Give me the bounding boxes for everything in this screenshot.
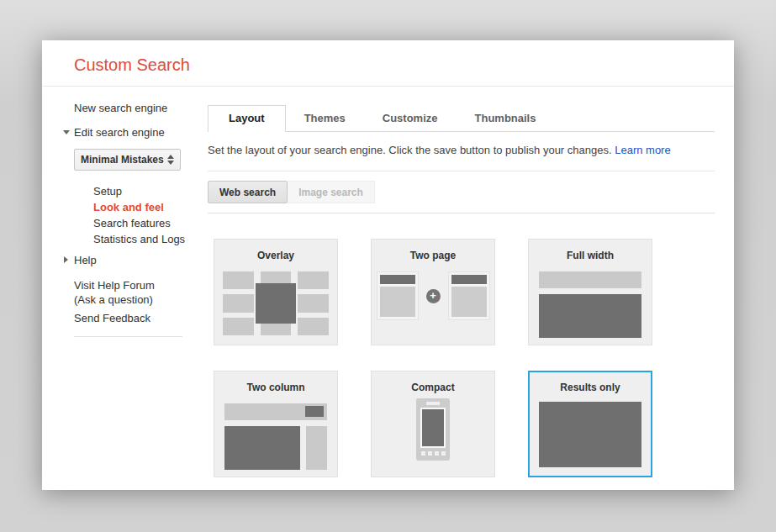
phone-buttons [416,451,450,456]
diagram-block [451,275,487,284]
layout-option-title: Results only [530,382,651,393]
diagram-block [298,318,329,335]
triangle-up-icon [167,155,174,159]
diagram-block [539,294,641,338]
diagram-block [380,287,415,317]
phone-screen [420,408,446,448]
tab-bar: Layout Themes Customize Thumbnails [208,105,715,132]
layout-option-title: Overlay [214,250,337,261]
sidebar-item-edit-search-engine[interactable]: Edit search engine [74,126,208,139]
chevron-right-icon [64,256,68,263]
layout-option-two-page[interactable]: Two page + [371,239,495,345]
custom-search-window: Custom Search New search engine Edit sea… [42,40,734,490]
full-width-layout-diagram [539,271,641,338]
diagram-block [223,318,254,335]
layout-option-full-width[interactable]: Full width [528,239,652,345]
overlay-layout-diagram [223,271,329,335]
sidebar-item-search-features[interactable]: Search features [93,215,208,231]
sidebar-item-label: Help [74,254,97,266]
diagram-overlay-box [256,283,296,324]
plus-icon: + [426,289,441,303]
sidebar-item-look-and-feel[interactable]: Look and feel [93,199,208,215]
sidebar-item-label: Send Feedback [74,312,150,324]
tab-layout[interactable]: Layout [208,105,286,132]
diagram-block [224,403,327,420]
desktop-background: Custom Search New search engine Edit sea… [0,0,776,532]
description-text: Set the layout of your search engine. Cl… [208,144,612,156]
phone-speaker [426,402,440,405]
select-spinner-icon [167,155,174,165]
engine-select-value: Minimal Mistakes [81,154,164,166]
diagram-row [224,426,327,470]
tab-customize[interactable]: Customize [364,106,457,131]
layout-description: Set the layout of your search engine. Cl… [208,144,715,156]
diagram-block [298,294,329,312]
sidebar: New search engine Edit search engine Min… [42,87,208,489]
app-header: Custom Search [42,40,734,87]
triangle-down-icon [167,161,174,165]
layout-option-title: Two column [214,382,337,393]
visit-help-forum-line1: Visit Help Forum [74,278,208,292]
sidebar-item-help[interactable]: Help [74,254,208,266]
phone-button [421,451,425,456]
image-search-toggle[interactable]: Image search [288,181,375,203]
results-only-layout-diagram [539,402,641,467]
layout-option-compact[interactable]: Compact [371,371,495,477]
phone-button [428,451,432,456]
sidebar-item-new-search-engine[interactable]: New search engine [74,102,208,114]
diagram-block [380,275,415,284]
diagram-block [306,426,327,470]
phone-button [435,451,439,456]
main-content: Layout Themes Customize Thumbnails Set t… [208,87,734,489]
two-page-layout-diagram: + [372,271,494,320]
tab-thumbnails[interactable]: Thumbnails [457,106,555,131]
visit-help-forum-line2: (Ask a question) [74,292,208,307]
layout-option-overlay[interactable]: Overlay [214,239,338,345]
sidebar-item-statistics-and-logs[interactable]: Statistics and Logs [93,231,208,247]
two-column-layout-diagram [224,403,327,470]
engine-section-list: Setup Look and feel Search features Stat… [93,183,208,247]
diagram-block [451,287,487,317]
sidebar-item-label: Edit search engine [74,126,165,139]
diagram-block [224,426,300,470]
chevron-down-icon [63,130,70,134]
layout-option-results-only[interactable]: Results only [528,371,652,477]
diagram-page [448,271,490,320]
diagram-block [223,271,254,289]
sidebar-item-label: New search engine [74,102,167,114]
search-mode-toggle-group: Web search Image search [208,181,715,203]
layout-option-title: Compact [372,382,494,393]
phone-button [441,451,446,456]
layout-options-grid: Overlay [214,239,715,477]
diagram-block [298,271,329,289]
tab-themes[interactable]: Themes [286,106,364,131]
learn-more-link[interactable]: Learn more [615,144,670,156]
web-search-toggle[interactable]: Web search [208,181,288,203]
diagram-block [305,406,324,417]
layout-option-title: Full width [529,250,652,261]
sidebar-item-send-feedback[interactable]: Send Feedback [74,312,208,324]
sidebar-divider [74,336,182,337]
divider [208,171,715,171]
diagram-page [377,271,419,320]
sidebar-item-visit-help-forum[interactable]: Visit Help Forum (Ask a question) [74,278,208,307]
page-title: Custom Search [74,55,734,75]
diagram-block [539,271,641,288]
sidebar-item-setup[interactable]: Setup [93,183,208,199]
diagram-block [223,294,254,312]
diagram-block [422,409,444,446]
divider [208,213,715,213]
layout-option-title: Two page [372,250,494,261]
compact-layout-diagram [416,398,450,461]
layout-option-two-column[interactable]: Two column [214,371,338,477]
engine-select[interactable]: Minimal Mistakes [74,149,181,171]
